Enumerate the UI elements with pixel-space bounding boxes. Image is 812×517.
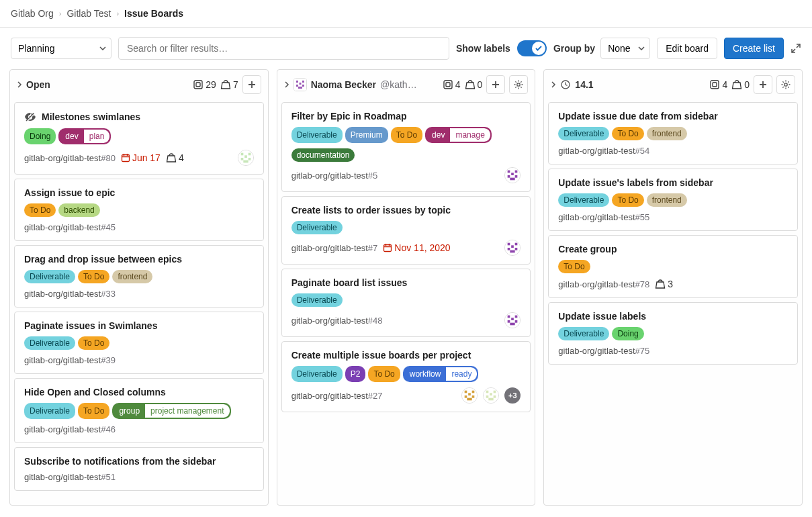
issue-ref[interactable]: gitlab-org/gitlab-test#27 <box>291 391 383 401</box>
issue-ref[interactable]: gitlab-org/gitlab-test#33 <box>24 289 116 299</box>
issue-ref[interactable]: gitlab-org/gitlab-test#75 <box>558 346 649 356</box>
assignee-avatar[interactable] <box>504 240 521 256</box>
label[interactable]: Deliverable <box>558 193 609 207</box>
issue-ref[interactable]: gitlab-org/gitlab-test#46 <box>24 424 116 434</box>
svg-rect-34 <box>510 250 515 253</box>
label[interactable]: frontend <box>647 127 687 140</box>
add-issue-button[interactable] <box>486 75 505 94</box>
issue-card[interactable]: Update issue labels DeliverableDoing git… <box>548 302 798 365</box>
add-issue-button[interactable] <box>242 75 261 94</box>
label[interactable]: Deliverable <box>291 293 343 307</box>
card-title: Filter by Epic in Roadmap <box>291 111 521 122</box>
issue-card[interactable]: Update issue due date from sidebar Deliv… <box>548 102 798 164</box>
card-title: Update issue's labels from sidebar <box>558 177 788 188</box>
label[interactable]: Doing <box>24 128 56 144</box>
issue-card[interactable]: Create lists to order issues by topic De… <box>281 196 531 265</box>
cards-list[interactable]: Filter by Epic in Roadmap DeliverablePre… <box>277 99 535 505</box>
label[interactable]: documentation <box>291 148 355 162</box>
label[interactable]: To Do <box>78 270 109 283</box>
label[interactable]: To Do <box>24 203 56 217</box>
issue-ref[interactable]: gitlab-org/gitlab-test#45 <box>24 222 116 232</box>
list-settings-button[interactable] <box>509 75 528 94</box>
label[interactable]: Doing <box>612 327 643 340</box>
label[interactable]: frontend <box>647 193 687 207</box>
svg-rect-40 <box>515 320 518 323</box>
card-title: Update issue labels <box>558 311 788 322</box>
issue-ref[interactable]: gitlab-org/gitlab-test#39 <box>24 355 116 365</box>
issue-card[interactable]: Filter by Epic in Roadmap DeliverablePre… <box>281 102 531 192</box>
assignee-avatar[interactable] <box>504 312 521 328</box>
label[interactable]: Premium <box>345 127 388 143</box>
label[interactable]: Deliverable <box>291 366 343 382</box>
label[interactable]: To Do <box>368 366 400 382</box>
issue-card[interactable]: Create group To Do gitlab-org/gitlab-tes… <box>548 235 798 298</box>
list-settings-button[interactable] <box>776 75 795 94</box>
toggle-switch[interactable] <box>517 40 547 56</box>
card-footer: gitlab-org/gitlab-test#46 <box>24 424 254 434</box>
issue-card[interactable]: Hide Open and Closed columns Deliverable… <box>14 378 264 443</box>
label[interactable]: Deliverable <box>558 327 609 340</box>
label[interactable]: Deliverable <box>291 127 343 143</box>
issue-ref[interactable]: gitlab-org/gitlab-test#51 <box>24 472 116 482</box>
breadcrumb-item[interactable]: Gitlab Org <box>11 8 54 19</box>
issue-card[interactable]: Create multiple issue boards per project… <box>281 341 531 412</box>
issue-ref[interactable]: gitlab-org/gitlab-test#80 <box>24 153 116 163</box>
collapse-icon[interactable] <box>284 81 289 88</box>
issue-ref[interactable]: gitlab-org/gitlab-test#78 <box>558 279 649 289</box>
label[interactable]: backend <box>58 203 99 217</box>
svg-rect-58 <box>713 83 717 87</box>
label[interactable]: To Do <box>612 193 643 207</box>
label[interactable]: Deliverable <box>24 270 75 283</box>
more-assignees[interactable]: +3 <box>504 387 521 404</box>
issue-ref[interactable]: gitlab-org/gitlab-test#48 <box>291 316 383 326</box>
collapse-icon[interactable] <box>17 81 22 88</box>
issue-card[interactable]: Paginate board list issues Deliverable g… <box>281 269 531 337</box>
issue-ref[interactable]: gitlab-org/gitlab-test#55 <box>558 212 649 222</box>
issue-card[interactable]: Update issue's labels from sidebar Deliv… <box>548 169 798 231</box>
add-issue-button[interactable] <box>754 75 772 94</box>
scoped-label[interactable]: workflowready <box>403 366 479 382</box>
label[interactable]: To Do <box>78 403 109 419</box>
cards-list[interactable]: Update issue due date from sidebar Deliv… <box>544 99 802 505</box>
label[interactable]: Deliverable <box>291 221 343 234</box>
label[interactable]: To Do <box>391 127 422 143</box>
cards-list[interactable]: Milestones swimlanes Doing devplan gitla… <box>10 99 268 505</box>
card-title: Create lists to order issues by topic <box>291 205 521 216</box>
label[interactable]: To Do <box>558 260 590 273</box>
label[interactable]: Deliverable <box>24 336 75 350</box>
label[interactable]: To Do <box>78 336 109 350</box>
issue-card[interactable]: Milestones swimlanes Doing devplan gitla… <box>14 102 264 175</box>
scoped-label[interactable]: groupproject management <box>112 403 230 419</box>
search-input[interactable] <box>118 37 449 60</box>
expand-icon[interactable] <box>791 43 801 54</box>
breadcrumb-item[interactable]: Gitlab Test <box>66 8 111 19</box>
label[interactable]: frontend <box>112 270 152 283</box>
label[interactable]: To Do <box>612 127 643 140</box>
group-by: Group by None <box>553 38 650 59</box>
issue-ref[interactable]: gitlab-org/gitlab-test#54 <box>558 146 649 156</box>
board-selector[interactable]: Planning <box>11 38 111 59</box>
issue-card[interactable]: Drag and drop issue between epics Delive… <box>14 245 264 308</box>
assignee-avatar[interactable] <box>238 150 254 166</box>
scoped-label[interactable]: devplan <box>58 128 111 144</box>
label[interactable]: Deliverable <box>24 403 75 419</box>
issue-ref[interactable]: gitlab-org/gitlab-test#5 <box>291 171 378 181</box>
assignee-avatar[interactable] <box>483 387 499 404</box>
issue-card[interactable]: Subscribe to notifications from the side… <box>14 447 264 491</box>
board-select-input[interactable]: Planning <box>11 38 111 59</box>
edit-board-button[interactable]: Edit board <box>657 38 717 59</box>
scoped-label[interactable]: devmanage <box>425 127 492 143</box>
collapse-icon[interactable] <box>551 81 556 88</box>
issue-card[interactable]: Assign issue to epic To Dobackend gitlab… <box>14 179 264 241</box>
issue-card[interactable]: Paginate issues in Swimlanes Deliverable… <box>14 312 264 374</box>
svg-rect-1 <box>196 83 200 87</box>
group-by-select[interactable]: None <box>600 38 650 59</box>
card-title: Drag and drop issue between epics <box>24 254 254 265</box>
assignee-avatar[interactable] <box>461 387 478 404</box>
group-by-select-input[interactable]: None <box>600 38 650 59</box>
label[interactable]: Deliverable <box>558 127 609 140</box>
create-list-button[interactable]: Create list <box>724 38 784 59</box>
issue-ref[interactable]: gitlab-org/gitlab-test#7 <box>291 243 378 253</box>
label[interactable]: P2 <box>345 366 366 382</box>
assignee-avatar[interactable] <box>504 167 521 183</box>
